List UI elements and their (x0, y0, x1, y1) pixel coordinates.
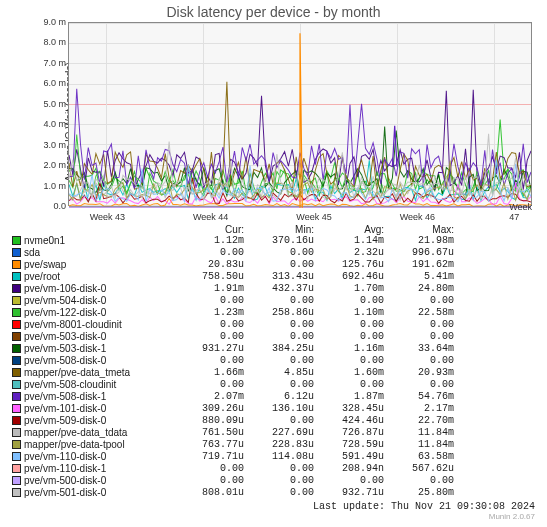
y-tick: 2.0 m (40, 160, 66, 170)
y-tick: 3.0 m (40, 140, 66, 150)
legend-cur: 0.00 (174, 331, 244, 343)
legend-series-name: mapper/pve-data_tmeta (24, 367, 174, 379)
legend-cur: 1.23m (174, 307, 244, 319)
legend-series-name: pve/vm-122-disk-0 (24, 307, 174, 319)
legend-cur: 0.00 (174, 463, 244, 475)
legend-max: 33.64m (384, 343, 454, 355)
legend-avg: 1.16m (314, 343, 384, 355)
x-tick: Week 44 (193, 212, 228, 222)
legend-series-name: pve/vm-500-disk-0 (24, 475, 174, 487)
legend-min: 432.37u (244, 283, 314, 295)
legend-cur: 761.50u (174, 427, 244, 439)
legend-max: 21.98m (384, 235, 454, 247)
legend-max: 22.58m (384, 307, 454, 319)
legend-row: pve/vm-503-disk-0 0.00 0.00 0.00 0.00 (12, 331, 535, 343)
legend-swatch (12, 320, 21, 329)
y-tick: 8.0 m (40, 37, 66, 47)
legend-swatch (12, 380, 21, 389)
legend-min: 4.85u (244, 367, 314, 379)
legend-row: pve/vm-503-disk-1 931.27u 384.25u 1.16m … (12, 343, 535, 355)
y-tick: 9.0 m (40, 17, 66, 27)
legend-series-name: pve/vm-110-disk-1 (24, 463, 174, 475)
legend-row: pve/vm-504-disk-0 0.00 0.00 0.00 0.00 (12, 295, 535, 307)
legend-min: 0.00 (244, 295, 314, 307)
legend-cur: 0.00 (174, 475, 244, 487)
legend-avg: 0.00 (314, 379, 384, 391)
last-update: Last update: Thu Nov 21 09:30:08 2024 (0, 501, 535, 512)
legend-max: 0.00 (384, 475, 454, 487)
chart-title: Disk latency per device - by month (0, 0, 547, 22)
y-tick: 6.0 m (40, 78, 66, 88)
legend-row: pve/vm-122-disk-0 1.23m 258.86u 1.10m 22… (12, 307, 535, 319)
legend-min: 0.00 (244, 319, 314, 331)
legend-cur: 1.91m (174, 283, 244, 295)
legend-max: 0.00 (384, 379, 454, 391)
legend-cur: 2.07m (174, 391, 244, 403)
legend-series-name: pve/vm-503-disk-0 (24, 331, 174, 343)
legend-swatch (12, 476, 21, 485)
plot-area (68, 22, 532, 206)
legend-series-name: pve/vm-508-disk-0 (24, 355, 174, 367)
legend-avg: 424.46u (314, 415, 384, 427)
legend-series-name: pve/vm-110-disk-0 (24, 451, 174, 463)
legend-row: pve/swap 20.83u 0.00 125.76u 191.62m (12, 259, 535, 271)
legend-row: pve/vm-500-disk-0 0.00 0.00 0.00 0.00 (12, 475, 535, 487)
legend-min: 227.69u (244, 427, 314, 439)
legend-swatch (12, 284, 21, 293)
legend-avg: 726.87u (314, 427, 384, 439)
legend-avg: 125.76u (314, 259, 384, 271)
legend-cur: 0.00 (174, 379, 244, 391)
legend-max: 0.00 (384, 295, 454, 307)
x-tick: Week 47 (509, 202, 532, 222)
legend-max: 20.93m (384, 367, 454, 379)
legend-min: 313.43u (244, 271, 314, 283)
x-tick: Week 46 (400, 212, 435, 222)
legend-swatch (12, 452, 21, 461)
munin-version: Munin 2.0.67 (0, 512, 535, 521)
legend-series-name: pve/vm-504-disk-0 (24, 295, 174, 307)
plot-wrap: Average IO Wait (seconds) RRDTOOL / TOBI… (40, 22, 532, 222)
legend-min: 258.86u (244, 307, 314, 319)
legend-cur: 0.00 (174, 247, 244, 259)
legend-series-name: pve/vm-503-disk-1 (24, 343, 174, 355)
legend-swatch (12, 248, 21, 257)
legend-row: pve/vm-101-disk-0 309.26u 136.10u 328.45… (12, 403, 535, 415)
legend-row: pve/vm-509-disk-0 880.09u 0.00 424.46u 2… (12, 415, 535, 427)
legend-col-avg: Avg: (314, 224, 384, 235)
legend: Cur: Min: Avg: Max: nvme0n1 1.12m 370.16… (12, 224, 535, 499)
legend-swatch (12, 356, 21, 365)
legend-max: 22.70m (384, 415, 454, 427)
legend-cur: 1.12m (174, 235, 244, 247)
legend-row: pve/vm-508-disk-0 0.00 0.00 0.00 0.00 (12, 355, 535, 367)
legend-series-name: pve/vm-501-disk-0 (24, 487, 174, 499)
legend-series-name: pve/vm-508-disk-1 (24, 391, 174, 403)
x-tick: Week 45 (296, 212, 331, 222)
y-tick: 5.0 m (40, 99, 66, 109)
legend-swatch (12, 440, 21, 449)
legend-series-name: mapper/pve-data_tdata (24, 427, 174, 439)
legend-avg: 692.46u (314, 271, 384, 283)
legend-max: 11.84m (384, 427, 454, 439)
legend-swatch (12, 260, 21, 269)
legend-row: sda 0.00 0.00 2.32u 996.67u (12, 247, 535, 259)
y-tick: 1.0 m (40, 181, 66, 191)
legend-max: 996.67u (384, 247, 454, 259)
legend-avg: 328.45u (314, 403, 384, 415)
legend-avg: 0.00 (314, 295, 384, 307)
legend-swatch (12, 296, 21, 305)
legend-avg: 2.32u (314, 247, 384, 259)
legend-swatch (12, 308, 21, 317)
legend-cur: 20.83u (174, 259, 244, 271)
legend-avg: 1.70m (314, 283, 384, 295)
legend-row: pve/vm-106-disk-0 1.91m 432.37u 1.70m 24… (12, 283, 535, 295)
legend-series-name: pve/vm-508-cloudinit (24, 379, 174, 391)
y-tick: 0.0 (40, 201, 66, 211)
legend-min: 0.00 (244, 487, 314, 499)
x-tick: Week 43 (90, 212, 125, 222)
legend-cur: 931.27u (174, 343, 244, 355)
legend-swatch (12, 392, 21, 401)
legend-row: pve/root 758.50u 313.43u 692.46u 5.41m (12, 271, 535, 283)
legend-cur: 1.66m (174, 367, 244, 379)
legend-col-min: Min: (244, 224, 314, 235)
legend-series-name: pve/vm-106-disk-0 (24, 283, 174, 295)
